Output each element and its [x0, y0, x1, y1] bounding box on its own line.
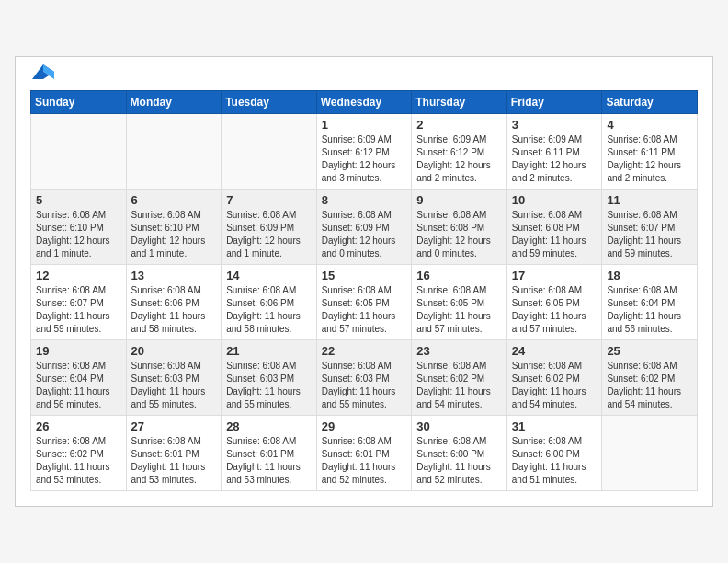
day-number: 6 [131, 193, 217, 207]
day-info: Sunrise: 6:08 AM Sunset: 6:09 PM Dayligh… [322, 209, 407, 260]
day-number: 28 [226, 419, 312, 433]
calendar-table: SundayMondayTuesdayWednesdayThursdayFrid… [30, 90, 698, 491]
calendar-cell: 29Sunrise: 6:08 AM Sunset: 6:01 PM Dayli… [316, 416, 412, 491]
day-number: 2 [416, 118, 502, 132]
day-info: Sunrise: 6:09 AM Sunset: 6:12 PM Dayligh… [322, 133, 407, 185]
calendar-cell: 17Sunrise: 6:08 AM Sunset: 6:05 PM Dayli… [506, 265, 602, 340]
day-header-thursday: Thursday [412, 91, 507, 114]
day-number: 25 [607, 344, 692, 358]
day-info: Sunrise: 6:09 AM Sunset: 6:12 PM Dayligh… [416, 133, 502, 185]
day-number: 15 [322, 269, 407, 282]
day-number: 30 [416, 419, 502, 433]
calendar-cell: 2Sunrise: 6:09 AM Sunset: 6:12 PM Daylig… [412, 114, 507, 190]
day-number: 13 [131, 269, 217, 282]
calendar-cell: 13Sunrise: 6:08 AM Sunset: 6:06 PM Dayli… [126, 265, 222, 340]
day-info: Sunrise: 6:08 AM Sunset: 6:09 PM Dayligh… [226, 209, 312, 260]
day-info: Sunrise: 6:08 AM Sunset: 6:02 PM Dayligh… [607, 360, 692, 411]
day-info: Sunrise: 6:08 AM Sunset: 6:03 PM Dayligh… [226, 360, 312, 411]
day-number: 3 [512, 118, 597, 132]
day-number: 8 [322, 193, 407, 207]
calendar-cell: 27Sunrise: 6:08 AM Sunset: 6:01 PM Dayli… [126, 416, 222, 491]
calendar-cell: 4Sunrise: 6:08 AM Sunset: 6:11 PM Daylig… [602, 114, 698, 190]
calendar-cell: 30Sunrise: 6:08 AM Sunset: 6:00 PM Dayli… [412, 416, 507, 491]
calendar-cell: 23Sunrise: 6:08 AM Sunset: 6:02 PM Dayli… [412, 340, 507, 416]
day-number: 29 [322, 419, 407, 433]
day-number: 17 [512, 269, 597, 282]
day-number: 1 [322, 118, 407, 132]
day-info: Sunrise: 6:08 AM Sunset: 6:04 PM Dayligh… [607, 284, 692, 336]
day-number: 5 [36, 193, 121, 207]
calendar-cell [222, 114, 317, 190]
calendar-cell: 18Sunrise: 6:08 AM Sunset: 6:04 PM Dayli… [602, 265, 698, 340]
day-number: 12 [36, 269, 121, 282]
calendar-container: SundayMondayTuesdayWednesdayThursdayFrid… [15, 56, 713, 507]
day-number: 21 [226, 344, 312, 358]
calendar-cell: 12Sunrise: 6:08 AM Sunset: 6:07 PM Dayli… [31, 265, 127, 340]
day-info: Sunrise: 6:08 AM Sunset: 6:08 PM Dayligh… [512, 209, 597, 260]
calendar-cell [31, 114, 127, 190]
day-number: 9 [416, 193, 502, 207]
day-number: 20 [131, 344, 217, 358]
day-info: Sunrise: 6:08 AM Sunset: 6:01 PM Dayligh… [131, 435, 217, 487]
day-info: Sunrise: 6:08 AM Sunset: 6:06 PM Dayligh… [131, 284, 217, 336]
calendar-cell: 26Sunrise: 6:08 AM Sunset: 6:02 PM Dayli… [31, 416, 127, 491]
day-info: Sunrise: 6:08 AM Sunset: 6:10 PM Dayligh… [131, 209, 217, 260]
calendar-cell: 1Sunrise: 6:09 AM Sunset: 6:12 PM Daylig… [316, 114, 412, 190]
day-header-monday: Monday [126, 91, 222, 114]
header-row: SundayMondayTuesdayWednesdayThursdayFrid… [31, 91, 698, 114]
calendar-cell: 31Sunrise: 6:08 AM Sunset: 6:00 PM Dayli… [506, 416, 602, 491]
day-header-sunday: Sunday [31, 91, 127, 114]
calendar-cell: 6Sunrise: 6:08 AM Sunset: 6:10 PM Daylig… [126, 190, 222, 265]
day-number: 10 [512, 193, 597, 207]
day-info: Sunrise: 6:08 AM Sunset: 6:02 PM Dayligh… [512, 360, 597, 411]
calendar-cell: 11Sunrise: 6:08 AM Sunset: 6:07 PM Dayli… [602, 190, 698, 265]
calendar-cell: 22Sunrise: 6:08 AM Sunset: 6:03 PM Dayli… [316, 340, 412, 416]
day-header-friday: Friday [506, 91, 602, 114]
day-number: 31 [512, 419, 597, 433]
calendar-cell: 21Sunrise: 6:08 AM Sunset: 6:03 PM Dayli… [222, 340, 317, 416]
day-info: Sunrise: 6:08 AM Sunset: 6:08 PM Dayligh… [416, 209, 502, 260]
week-row-3: 12Sunrise: 6:08 AM Sunset: 6:07 PM Dayli… [31, 265, 698, 340]
day-number: 19 [36, 344, 121, 358]
day-info: Sunrise: 6:08 AM Sunset: 6:03 PM Dayligh… [131, 360, 217, 411]
day-info: Sunrise: 6:08 AM Sunset: 6:01 PM Dayligh… [226, 435, 312, 487]
day-info: Sunrise: 6:08 AM Sunset: 6:07 PM Dayligh… [36, 284, 121, 336]
day-info: Sunrise: 6:08 AM Sunset: 6:02 PM Dayligh… [36, 435, 121, 487]
calendar-cell: 20Sunrise: 6:08 AM Sunset: 6:03 PM Dayli… [126, 340, 222, 416]
calendar-cell: 3Sunrise: 6:09 AM Sunset: 6:11 PM Daylig… [506, 114, 602, 190]
day-info: Sunrise: 6:08 AM Sunset: 6:03 PM Dayligh… [322, 360, 407, 411]
day-info: Sunrise: 6:08 AM Sunset: 6:05 PM Dayligh… [322, 284, 407, 336]
day-info: Sunrise: 6:08 AM Sunset: 6:06 PM Dayligh… [226, 284, 312, 336]
week-row-5: 26Sunrise: 6:08 AM Sunset: 6:02 PM Dayli… [31, 416, 698, 491]
calendar-cell [602, 416, 698, 491]
day-number: 4 [607, 118, 692, 132]
day-info: Sunrise: 6:08 AM Sunset: 6:02 PM Dayligh… [416, 360, 502, 411]
calendar-cell: 24Sunrise: 6:08 AM Sunset: 6:02 PM Dayli… [506, 340, 602, 416]
calendar-cell [126, 114, 222, 190]
day-info: Sunrise: 6:08 AM Sunset: 6:01 PM Dayligh… [322, 435, 407, 487]
calendar-cell: 16Sunrise: 6:08 AM Sunset: 6:05 PM Dayli… [412, 265, 507, 340]
week-row-1: 1Sunrise: 6:09 AM Sunset: 6:12 PM Daylig… [31, 114, 698, 190]
calendar-cell: 7Sunrise: 6:08 AM Sunset: 6:09 PM Daylig… [222, 190, 317, 265]
day-number: 24 [512, 344, 597, 358]
calendar-cell: 25Sunrise: 6:08 AM Sunset: 6:02 PM Dayli… [602, 340, 698, 416]
calendar-cell: 14Sunrise: 6:08 AM Sunset: 6:06 PM Dayli… [222, 265, 317, 340]
calendar-cell: 19Sunrise: 6:08 AM Sunset: 6:04 PM Dayli… [31, 340, 127, 416]
day-info: Sunrise: 6:08 AM Sunset: 6:05 PM Dayligh… [416, 284, 502, 336]
week-row-2: 5Sunrise: 6:08 AM Sunset: 6:10 PM Daylig… [31, 190, 698, 265]
day-header-saturday: Saturday [602, 91, 698, 114]
day-info: Sunrise: 6:08 AM Sunset: 6:10 PM Dayligh… [36, 209, 121, 260]
calendar-cell: 15Sunrise: 6:08 AM Sunset: 6:05 PM Dayli… [316, 265, 412, 340]
day-number: 14 [226, 269, 312, 282]
day-header-wednesday: Wednesday [316, 91, 412, 114]
day-info: Sunrise: 6:08 AM Sunset: 6:00 PM Dayligh… [512, 435, 597, 487]
day-number: 26 [36, 419, 121, 433]
day-header-tuesday: Tuesday [222, 91, 317, 114]
calendar-cell: 5Sunrise: 6:08 AM Sunset: 6:10 PM Daylig… [31, 190, 127, 265]
day-number: 18 [607, 269, 692, 282]
day-info: Sunrise: 6:08 AM Sunset: 6:07 PM Dayligh… [607, 209, 692, 260]
calendar-cell: 28Sunrise: 6:08 AM Sunset: 6:01 PM Dayli… [222, 416, 317, 491]
calendar-cell: 9Sunrise: 6:08 AM Sunset: 6:08 PM Daylig… [412, 190, 507, 265]
day-number: 23 [416, 344, 502, 358]
day-number: 7 [226, 193, 312, 207]
